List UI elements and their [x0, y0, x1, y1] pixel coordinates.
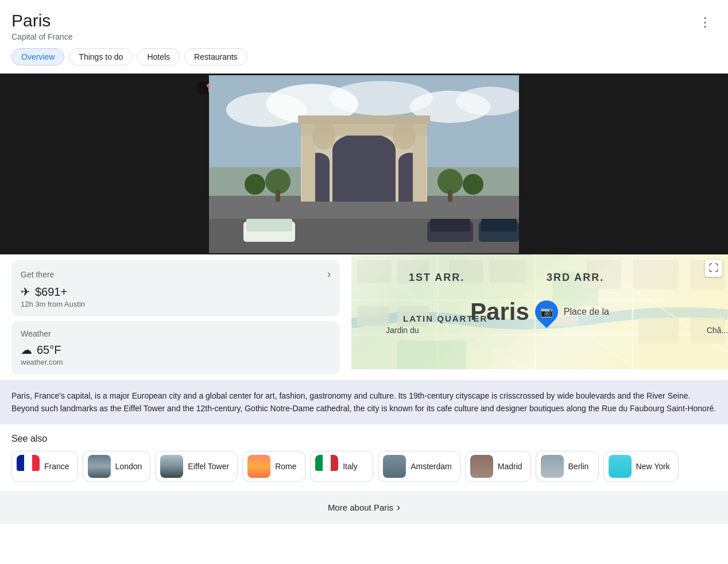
hero-image-section[interactable]: 📍 Arc de Triomphe [0, 74, 728, 254]
map-overlay: Paris 📷 Place de la [351, 254, 728, 369]
tabs-bar: Overview Things to do Hotels Restaurants [0, 41, 728, 65]
camera-icon: 📷 [540, 306, 553, 318]
see-also-item-madrid[interactable]: Madrid [465, 451, 531, 482]
see-also-label-berlin: Berlin [568, 462, 589, 471]
italy-stripe-red [331, 455, 338, 471]
svg-rect-25 [430, 219, 470, 231]
main-content-grid: Get there › ✈ $691+ 12h 3m from Austin W… [0, 254, 728, 380]
get-there-title: Get there [21, 270, 54, 279]
get-there-card[interactable]: Get there › ✈ $691+ 12h 3m from Austin [11, 260, 340, 316]
weather-header: Weather [21, 329, 331, 338]
map-jardin: Jardin du [386, 326, 419, 335]
svg-rect-27 [481, 219, 517, 231]
tab-things-to-do[interactable]: Things to do [69, 48, 133, 65]
plane-icon: ✈ [21, 285, 30, 299]
more-about-label: More about Paris [328, 503, 393, 512]
see-also-item-italy[interactable]: Italy [310, 451, 373, 482]
flag-france [17, 455, 40, 471]
flag-stripe-white [24, 455, 32, 471]
page-title: Paris [11, 10, 73, 31]
see-also-item-amsterdam[interactable]: Amsterdam [378, 451, 460, 482]
page-subtitle: Capital of France [11, 32, 73, 41]
get-there-header: Get there › [21, 268, 331, 280]
map-latin-quarter: LATIN QUARTER [403, 314, 487, 323]
more-about-footer[interactable]: More about Paris › [0, 491, 728, 524]
map-container[interactable]: 1ST ARR. 3RD ARR. Paris 📷 Place de la LA… [351, 254, 728, 369]
map-place-label: Place de la [564, 307, 609, 317]
arc-svg [209, 75, 519, 253]
tab-restaurants[interactable]: Restaurants [184, 48, 247, 65]
weather-card[interactable]: Weather ☁ 65°F weather.com [11, 321, 340, 374]
left-panel: Get there › ✈ $691+ 12h 3m from Austin W… [0, 254, 351, 380]
description-section: Paris, France's capital, is a major Euro… [0, 380, 728, 424]
france-flag-thumb [17, 455, 40, 478]
map-chat: Châ... [707, 326, 728, 335]
svg-point-21 [393, 121, 416, 150]
page-header: Paris Capital of France ⋮ [0, 0, 728, 41]
see-also-item-london[interactable]: London [83, 451, 151, 482]
svg-point-32 [245, 174, 265, 195]
see-also-label-rome: Rome [275, 462, 296, 471]
see-also-label-amsterdam: Amsterdam [411, 462, 452, 471]
berlin-thumb [541, 455, 564, 478]
flag-stripe-blue [17, 455, 24, 471]
newyork-thumb [609, 455, 632, 478]
rome-thumb [247, 455, 270, 478]
see-also-label-france: France [44, 462, 69, 471]
see-also-label-italy: Italy [343, 462, 358, 471]
see-also-section: See also France London Eiffel Tower [0, 424, 728, 486]
more-options-button[interactable]: ⋮ [694, 13, 717, 32]
expand-icon [708, 262, 719, 273]
get-there-chevron: › [327, 268, 331, 280]
see-also-label-newyork: New York [636, 462, 670, 471]
tab-overview[interactable]: Overview [11, 48, 64, 65]
arc-triomphe-image [209, 75, 519, 253]
get-there-price-row: ✈ $691+ [21, 285, 331, 299]
italy-stripe-white [323, 455, 330, 471]
get-there-duration: 12h 3m from Austin [21, 300, 331, 308]
eiffel-thumb [160, 455, 183, 478]
svg-rect-29 [276, 190, 280, 202]
map-panel[interactable]: 1ST ARR. 3RD ARR. Paris 📷 Place de la LA… [351, 254, 728, 369]
svg-rect-23 [246, 219, 292, 231]
svg-point-11 [332, 133, 396, 167]
london-thumb [88, 455, 111, 478]
header-left: Paris Capital of France [11, 10, 73, 41]
tab-hotels[interactable]: Hotels [137, 48, 180, 65]
see-also-item-newyork[interactable]: New York [603, 451, 679, 482]
map-expand-button[interactable] [705, 260, 722, 277]
see-also-item-france[interactable]: France [11, 451, 78, 482]
see-also-item-berlin[interactable]: Berlin [536, 451, 599, 482]
italy-stripe-green [315, 455, 323, 471]
see-also-list: France London Eiffel Tower Rome [11, 451, 717, 482]
see-also-item-eiffel[interactable]: Eiffel Tower [155, 451, 238, 482]
see-also-item-rome[interactable]: Rome [242, 451, 305, 482]
weather-source: weather.com [21, 358, 331, 366]
cloud-icon: ☁ [21, 343, 32, 357]
description-text: Paris, France's capital, is a major Euro… [11, 389, 717, 415]
weather-temp-row: ☁ 65°F [21, 343, 331, 357]
see-also-title: See also [11, 434, 717, 444]
footer-arrow: › [397, 501, 400, 513]
see-also-label-london: London [115, 462, 142, 471]
flag-stripe-red [32, 455, 40, 471]
svg-rect-31 [448, 190, 452, 202]
get-there-price: $691+ [35, 285, 67, 299]
italy-flag-thumb [315, 455, 338, 478]
madrid-thumb [470, 455, 493, 478]
see-also-label-madrid: Madrid [498, 462, 522, 471]
weather-temp: 65°F [37, 343, 61, 357]
flag-italy [315, 455, 338, 471]
svg-point-33 [463, 174, 483, 195]
svg-point-20 [312, 121, 335, 150]
see-also-label-eiffel: Eiffel Tower [188, 462, 229, 471]
weather-title: Weather [21, 329, 51, 338]
amsterdam-thumb [383, 455, 406, 478]
map-pin: 📷 [530, 296, 563, 329]
svg-rect-19 [298, 115, 430, 124]
